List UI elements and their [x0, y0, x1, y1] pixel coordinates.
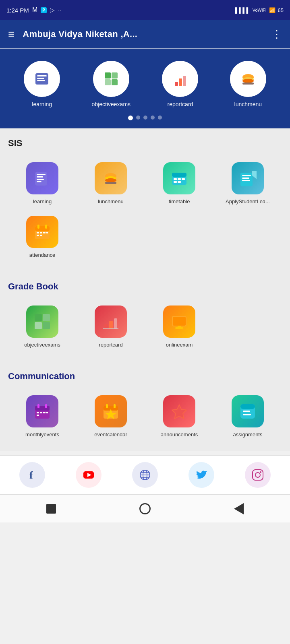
paytm-icon: P: [41, 7, 47, 13]
carousel-item-reportcard[interactable]: reportcard: [162, 61, 198, 107]
social-button-youtube[interactable]: [76, 462, 102, 488]
nav-back-button[interactable]: [43, 500, 60, 517]
grid-item-announcements[interactable]: announcements: [145, 390, 213, 443]
gradebook-title: Grade Book: [8, 281, 282, 292]
carousel-item-objectiveexams[interactable]: objectiveexams: [92, 61, 131, 107]
svg-rect-63: [40, 412, 42, 413]
app-label-learning: learning: [33, 198, 52, 204]
status-bar: 1:24 PM M P ▷ ·· ▌▌▌▌ VoWiFi 📶 65: [0, 0, 290, 20]
nav-square-icon: [46, 504, 56, 514]
carousel-label-lunchmenu: lunchmenu: [234, 101, 262, 107]
svg-rect-19: [37, 181, 41, 182]
svg-rect-47: [43, 314, 50, 321]
carousel-label-learning: learning: [32, 101, 52, 107]
carousel-icon-learning: [24, 61, 60, 97]
svg-rect-32: [242, 175, 251, 176]
app-icon-onlineexam: [163, 305, 195, 338]
carousel-dot-4: [158, 116, 162, 120]
communication-title: Communication: [8, 371, 282, 382]
communication-section: Communication monthlyevents eventcalenda…: [0, 361, 290, 451]
svg-rect-37: [35, 226, 50, 231]
status-time: 1:24 PM: [6, 7, 29, 14]
carousel-dot-1: [136, 116, 140, 120]
app-icon-objectiveexams: [26, 305, 58, 338]
grid-item-reportcard[interactable]: reportcard: [77, 300, 145, 353]
svg-rect-79: [240, 404, 255, 409]
app-icon-reportcard: [95, 305, 127, 338]
svg-rect-44: [37, 235, 39, 236]
svg-point-13: [242, 79, 254, 83]
grid-item-applyleave[interactable]: ApplyStudentLea...: [213, 157, 282, 210]
svg-rect-34: [242, 180, 250, 181]
carousel-icon-reportcard: [162, 61, 198, 97]
app-label-reportcard: reportcard: [99, 342, 122, 348]
svg-rect-43: [46, 232, 48, 233]
app-icon-lunchmenu: [95, 162, 127, 194]
dots-icon: ··: [58, 7, 61, 14]
app-icon-monthlyevents: [26, 395, 58, 427]
svg-rect-1: [37, 75, 47, 76]
app-label-eventcalendar: eventcalendar: [94, 431, 127, 438]
social-button-instagram[interactable]: [245, 462, 271, 488]
social-button-facebook[interactable]: f: [19, 462, 45, 488]
app-icon-attendance: [26, 216, 58, 248]
grid-item-eventcalendar[interactable]: eventcalendar: [77, 390, 145, 443]
svg-rect-27: [178, 178, 181, 180]
app-label-announcements: announcements: [161, 431, 198, 438]
svg-rect-51: [109, 321, 113, 329]
play-store-icon: ▷: [50, 6, 55, 14]
svg-rect-3: [37, 80, 45, 81]
social-bar: f: [0, 455, 290, 494]
grid-item-lunchmenu[interactable]: lunchmenu: [77, 157, 145, 210]
grid-item-objectiveexams[interactable]: objectiveexams: [8, 300, 77, 353]
social-button-website[interactable]: [132, 462, 158, 488]
gmail-icon: M: [32, 6, 37, 14]
svg-rect-60: [37, 404, 39, 408]
app-label-objectiveexams: objectiveexams: [24, 342, 60, 348]
menu-icon[interactable]: ≡: [8, 28, 14, 41]
app-title: Ambuja Vidya Niketan ,A...: [23, 29, 271, 39]
grid-item-timetable[interactable]: timetable: [145, 157, 213, 210]
app-icon-timetable: [163, 162, 195, 194]
sis-title: SIS: [8, 138, 282, 149]
svg-rect-4: [105, 72, 111, 78]
status-right: ▌▌▌▌ VoWiFi 📶 65: [235, 7, 284, 13]
svg-rect-9: [179, 78, 182, 86]
carousel-item-lunchmenu[interactable]: lunchmenu: [230, 61, 266, 107]
grid-item-learning[interactable]: learning: [8, 157, 77, 210]
svg-rect-6: [105, 79, 111, 85]
carousel-icons: learning objectiveexams reportcard lunch…: [8, 61, 282, 107]
sis-section: SIS learning lunchmenu timetable ApplySt…: [0, 128, 290, 272]
svg-rect-65: [46, 412, 48, 413]
app-label-lunchmenu: lunchmenu: [98, 198, 124, 204]
svg-rect-59: [35, 406, 50, 411]
social-button-twitter[interactable]: [188, 462, 214, 488]
gradebook-grid: objectiveexams reportcard onlineexam: [8, 300, 282, 353]
app-bar: ≡ Ambuja Vidya Niketan ,A... ⋮: [0, 20, 290, 48]
grid-item-attendance[interactable]: attendance: [8, 210, 77, 264]
app-label-timetable: timetable: [169, 198, 190, 204]
nav-home-button[interactable]: [137, 500, 153, 517]
grid-item-assignments[interactable]: assignments: [213, 390, 282, 443]
svg-rect-50: [104, 324, 108, 329]
carousel-label-reportcard: reportcard: [168, 101, 193, 107]
svg-rect-7: [112, 79, 118, 85]
app-label-monthlyevents: monthlyevents: [25, 431, 59, 438]
svg-rect-49: [43, 322, 50, 329]
svg-rect-48: [35, 322, 42, 329]
svg-rect-39: [45, 225, 47, 229]
grid-item-onlineexam[interactable]: onlineexam: [145, 300, 213, 353]
gradebook-section: Grade Book objectiveexams reportcard onl…: [0, 272, 290, 361]
grid-item-monthlyevents[interactable]: monthlyevents: [8, 390, 77, 443]
svg-rect-38: [37, 225, 39, 229]
svg-rect-77: [243, 411, 250, 412]
svg-rect-23: [105, 182, 116, 184]
app-icon-assignments: [232, 395, 264, 427]
vo-wifi-icon: VoWiFi: [253, 8, 267, 12]
svg-rect-52: [114, 318, 117, 329]
carousel-item-learning[interactable]: learning: [24, 61, 60, 107]
more-options-icon[interactable]: ⋮: [271, 28, 282, 41]
nav-recents-button[interactable]: [230, 500, 247, 517]
svg-rect-42: [43, 232, 46, 233]
svg-rect-14: [242, 83, 254, 85]
